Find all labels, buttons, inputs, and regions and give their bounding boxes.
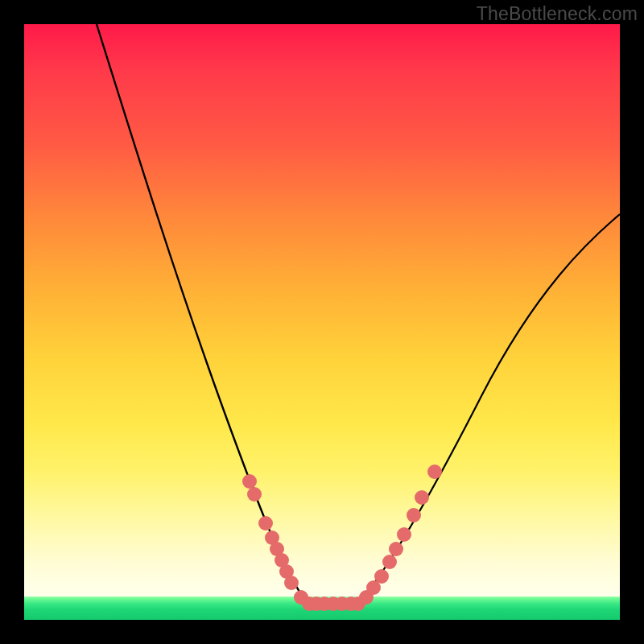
svg-point-1: [247, 487, 262, 502]
svg-point-20: [389, 542, 403, 556]
svg-point-23: [415, 490, 429, 505]
curve-left-branch: [97, 24, 308, 604]
svg-point-24: [427, 464, 442, 479]
plot-area: [24, 24, 620, 620]
svg-point-2: [258, 516, 273, 530]
markers-right: [351, 464, 442, 611]
watermark-text: TheBottleneck.com: [477, 3, 638, 25]
curve-layer: [24, 24, 620, 620]
svg-point-0: [242, 474, 257, 489]
svg-point-7: [284, 576, 299, 590]
svg-point-18: [374, 569, 389, 584]
svg-point-19: [382, 555, 397, 569]
svg-point-22: [407, 508, 421, 522]
outer-frame: TheBottleneck.com: [0, 0, 644, 644]
markers-left: [242, 474, 358, 611]
svg-point-21: [397, 527, 411, 542]
